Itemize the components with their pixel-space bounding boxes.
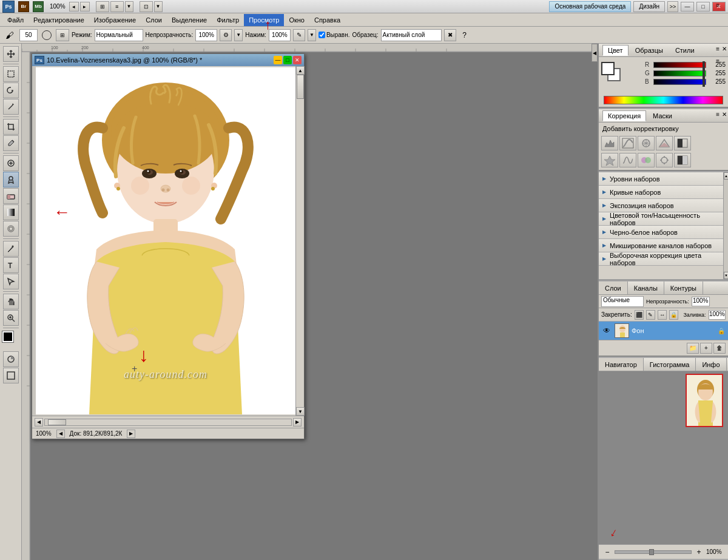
tab-layers[interactable]: Слои [599, 282, 628, 294]
adj-item-channelmix[interactable]: ▶ Микширование каналов наборов [599, 239, 723, 252]
menu-view[interactable]: Просмотр [244, 14, 284, 26]
tool-blur[interactable] [3, 221, 19, 237]
design-button[interactable]: Дизайн [633, 1, 665, 12]
doc-nav-right[interactable]: ▶ [127, 430, 135, 438]
menu-file[interactable]: Файл [2, 14, 29, 26]
menu-help[interactable]: Справка [309, 14, 345, 26]
tool-pen[interactable] [3, 241, 19, 257]
channel-mix-btn[interactable] [619, 153, 636, 167]
brush-size-input[interactable]: 50 [19, 29, 38, 41]
maximize-button[interactable]: □ [696, 2, 710, 12]
adj-scrollbar[interactable]: ▲ ▼ [723, 172, 728, 279]
adj-item-exposure[interactable]: ▶ Экспозиция наборов [599, 199, 723, 212]
screen-mode-btn[interactable] [3, 368, 19, 383]
doc-nav-left[interactable]: ◀ [56, 430, 65, 438]
quick-mask-btn[interactable] [3, 351, 19, 367]
pressure-btn[interactable]: ✎ [293, 29, 305, 41]
doc-scrollbar-h[interactable]: ◀ ▶ [35, 418, 302, 427]
b-slider[interactable] [653, 79, 706, 85]
hue-sat-btn[interactable] [656, 136, 673, 150]
tool-hand[interactable] [3, 294, 19, 309]
help-btn[interactable]: ? [459, 29, 471, 41]
adj-item-curves[interactable]: ▶ Кривые наборов [599, 186, 723, 199]
new-layer-btn[interactable]: + [700, 343, 712, 354]
doc-close-btn[interactable]: ✕ [293, 56, 302, 64]
adj-item-selective[interactable]: ▶ Выборочная коррекция цвета наборов [599, 252, 723, 266]
pressure-chevron-btn[interactable]: ▼ [308, 29, 316, 41]
document-canvas[interactable]: auty-around.com ↓ + [36, 67, 295, 414]
tool-gradient[interactable] [3, 204, 19, 220]
adj-item-bw[interactable]: ▶ Черно-белое наборов [599, 226, 723, 239]
fg-color-swatch[interactable] [2, 331, 13, 342]
menu-image[interactable]: Изображение [89, 14, 141, 26]
expand-button[interactable]: >> [667, 1, 678, 12]
adj-item-huesat[interactable]: ▶ Цветовой тон/Насыщенность наборов [599, 212, 723, 226]
tool-text[interactable]: T [3, 257, 19, 273]
exposure-btn[interactable] [638, 136, 655, 150]
zoom-up-btn[interactable]: ▸ [80, 2, 90, 12]
layer-row-background[interactable]: 👁 Фон 🔒 [599, 322, 728, 340]
opacity-chevron-btn[interactable]: ▼ [234, 29, 243, 41]
mode-dropdown[interactable]: Нормальный [95, 29, 143, 41]
extra-btn[interactable]: ⊡ [140, 1, 153, 12]
nav-zoom-out-btn[interactable]: − [602, 547, 612, 557]
tab-contours[interactable]: Контуры [664, 282, 703, 294]
tool-zoom[interactable] [3, 310, 19, 326]
tab-histogram[interactable]: Гистограмма [644, 358, 696, 371]
doc-scrollbar-v[interactable]: ▲ ▼ [295, 66, 304, 416]
photo-filter-btn[interactable] [656, 153, 673, 167]
menu-filter[interactable]: Фильтр [212, 14, 244, 26]
lock-position-btn[interactable]: ↔ [658, 310, 667, 320]
mb-icon[interactable]: Mb [33, 1, 44, 12]
tab-color[interactable]: Цвет [602, 45, 629, 56]
bw-btn[interactable] [674, 136, 691, 150]
tab-info[interactable]: Инфо [696, 358, 726, 371]
opacity-value[interactable]: 100% [195, 29, 217, 41]
color-spectrum-bar[interactable] [604, 96, 723, 104]
tab-styles[interactable]: Стили [670, 45, 700, 56]
extra-chevron-btn[interactable]: ▼ [154, 1, 163, 12]
opacity-toggle-btn[interactable]: ⚙ [220, 29, 232, 41]
nav-slider-track[interactable] [615, 550, 692, 554]
sample-dropdown[interactable]: Активный слой [381, 29, 442, 41]
brush-type-btn[interactable]: ⊞ [56, 29, 69, 41]
tool-crop[interactable] [3, 119, 19, 135]
tab-navigator[interactable]: Навигатор [599, 358, 644, 371]
blend-mode-dropdown[interactable]: Обычные [601, 296, 644, 307]
sample-extra-btn[interactable]: ✖ [444, 29, 456, 41]
menu-edit[interactable]: Редактирование [29, 14, 89, 26]
layer-visibility-eye[interactable]: 👁 [601, 325, 612, 336]
fg-color-box[interactable] [601, 62, 615, 75]
view-chevron-btn[interactable]: ▼ [125, 1, 133, 12]
menu-select[interactable]: Выделение [167, 14, 212, 26]
lock-all-btn[interactable]: 🔒 [669, 310, 678, 320]
tool-lasso[interactable] [3, 83, 19, 98]
menu-window[interactable]: Окно [284, 14, 309, 26]
align-checkbox[interactable]: Выравн. [318, 32, 350, 38]
tool-marquee-rect[interactable] [3, 66, 19, 82]
tab-channels[interactable]: Каналы [628, 282, 664, 294]
levels-btn[interactable] [601, 136, 618, 150]
tool-eraser[interactable] [3, 188, 19, 204]
panels-collapse-btn[interactable]: ◀ [592, 44, 598, 62]
new-group-btn[interactable]: 📁 [687, 343, 699, 354]
doc-maximize-btn[interactable]: □ [283, 56, 292, 64]
adj-item-levels[interactable]: ▶ Уровни наборов [599, 172, 723, 186]
tool-move[interactable] [3, 46, 19, 62]
nav-zoom-in-btn[interactable]: + [694, 547, 704, 557]
tab-masks[interactable]: Маски [647, 110, 678, 121]
tool-clone-stamp[interactable] [3, 172, 19, 187]
color-panel-close-btn[interactable]: ✕ [722, 46, 727, 52]
br-icon[interactable]: Br [18, 1, 29, 12]
delete-layer-btn[interactable]: 🗑 [713, 343, 726, 354]
r-slider[interactable] [653, 62, 706, 68]
layers-menu-btn[interactable]: ≡ [716, 58, 720, 64]
color-panel-menu-btn[interactable]: ≡ [716, 46, 720, 52]
fill-input[interactable]: 100% [709, 310, 726, 320]
grid-view-btn[interactable]: ⊞ [96, 1, 109, 12]
g-slider[interactable] [653, 70, 706, 76]
doc-minimize-btn[interactable]: — [274, 56, 282, 64]
vibrance-btn[interactable] [601, 153, 618, 167]
lock-pixels-btn[interactable]: ⬛ [635, 310, 644, 320]
correction-panel-menu-btn[interactable]: ≡ [716, 111, 720, 118]
